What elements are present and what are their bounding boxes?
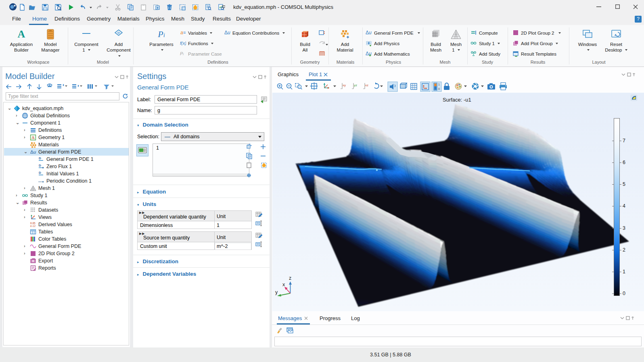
svg-text:xz: xz [365,83,368,87]
svg-text:yz: yz [354,83,357,87]
svg-text:Δu: Δu [30,150,36,154]
svg-text:y: y [275,289,278,295]
svg-text:0: 0 [438,87,440,90]
svg-text:D: D [39,164,41,167]
svg-text:e-12: e-12 [30,225,36,227]
svg-text:Pi: Pi [180,51,184,56]
svg-text:xy: xy [343,83,346,87]
svg-text:x: x [282,282,285,287]
svg-text:a: a [180,30,183,35]
svg-text:A: A [18,28,25,40]
svg-text:1: 1 [438,83,440,86]
svg-text:D: D [39,171,41,175]
svg-text:A: A [31,135,35,140]
svg-text:Δu: Δu [366,30,372,35]
svg-text:8.85: 8.85 [30,222,36,225]
svg-text:f(x): f(x) [180,41,186,46]
svg-text:=: = [183,30,186,35]
svg-text:Δu: Δu [224,30,230,35]
svg-text:z: z [289,275,291,281]
svg-text:D: D [39,156,41,160]
svg-text:Pi: Pi [157,29,165,39]
